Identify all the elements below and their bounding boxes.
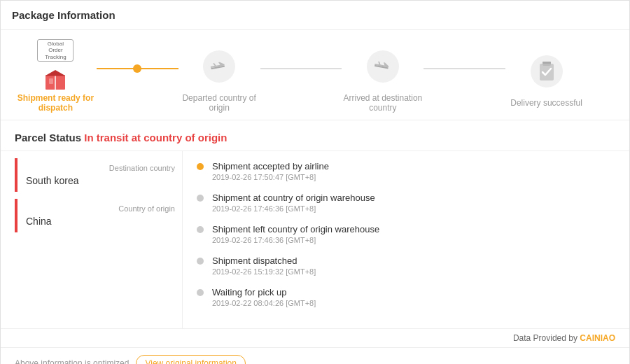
destination-value: South korea (26, 175, 175, 186)
timeline-item: Shipment left country of origin warehous… (197, 224, 615, 244)
timeline-content: Shipment dispatched2019-02-26 15:19:32 [… (212, 255, 316, 276)
step2-label: Departed country of origin (178, 93, 260, 113)
timeline-dot (197, 195, 204, 202)
footer-info-text: Above information is optimized (15, 358, 129, 364)
timeline-dot (197, 226, 204, 233)
timeline-time: 2019-02-26 17:46:36 [GMT+8] (212, 236, 379, 244)
timeline-time: 2019-02-26 17:46:36 [GMT+8] (212, 204, 375, 213)
timeline-dot (197, 258, 204, 265)
timeline-content: Waiting for pick up2019-02-22 08:04:26 [… (212, 287, 316, 307)
timeline: Shipment accepted by airline2019-02-26 1… (197, 151, 615, 328)
timeline-time: 2019-02-26 17:50:47 [GMT+8] (212, 173, 329, 181)
timeline-dot (197, 163, 204, 170)
timeline-content: Shipment accepted by airline2019-02-26 1… (212, 161, 329, 181)
page-title: Package Information (1, 1, 629, 30)
origin-label: Country of origin (26, 204, 175, 213)
parcel-status-prefix: Parcel Status (15, 132, 81, 144)
origin-value: China (26, 216, 175, 227)
timeline-event: Shipment at country of origin warehouse (212, 192, 375, 203)
svg-rect-14 (542, 62, 551, 64)
step-arrived: Arrived at destination country (342, 44, 424, 113)
tracking-steps: Global OrderTracking Shipment ready for … (1, 30, 629, 120)
destination-card: Destination country South korea (15, 158, 182, 192)
step1-label: Shipment ready for dispatch (15, 93, 97, 113)
timeline-content: Shipment at country of origin warehouse2… (212, 192, 375, 213)
parcel-status-bar: Parcel Status In transit at country of o… (1, 120, 629, 151)
clipboard-icon (524, 49, 569, 94)
connector-1 (97, 68, 178, 69)
view-original-button[interactable]: View original information (136, 355, 246, 364)
timeline-item: Shipment accepted by airline2019-02-26 1… (197, 161, 615, 181)
connector-2 (260, 68, 342, 69)
timeline-time: 2019-02-26 15:19:32 [GMT+8] (212, 267, 316, 276)
timeline-event: Shipment dispatched (212, 255, 316, 266)
timeline-content: Shipment left country of origin warehous… (212, 224, 379, 244)
step4-label: Delivery successful (510, 98, 582, 108)
data-provider-name: CAINIAO (580, 333, 615, 343)
destination-label: Destination country (26, 164, 175, 172)
plane-depart-icon (197, 44, 241, 89)
origin-card: Country of origin China (15, 199, 182, 232)
connector-3 (424, 68, 505, 69)
step3-label: Arrived at destination country (342, 93, 424, 113)
global-order-tracking-badge: Global OrderTracking (37, 39, 74, 62)
svg-rect-4 (49, 78, 53, 84)
plane-arrive-icon (360, 44, 405, 89)
parcel-status-text: In transit at country of origin (84, 132, 227, 144)
step-departed: Departed country of origin (178, 44, 260, 113)
timeline-item: Waiting for pick up2019-02-22 08:04:26 [… (197, 287, 615, 307)
timeline-dot (197, 289, 204, 296)
timeline-time: 2019-02-22 08:04:26 [GMT+8] (212, 299, 316, 307)
timeline-event: Shipment left country of origin warehous… (212, 224, 379, 234)
data-provider: Data Provided by CAINIAO (1, 329, 629, 347)
data-provider-prefix: Data Provided by (513, 333, 578, 343)
timeline-event: Waiting for pick up (212, 287, 316, 298)
step-delivered: Delivery successful (505, 49, 587, 108)
footer-left: Above information is optimized View orig… (15, 355, 246, 364)
step-shipment-ready: Global OrderTracking Shipment ready for … (15, 44, 97, 113)
timeline-item: Shipment at country of origin warehouse2… (197, 192, 615, 213)
left-panel: Destination country South korea Country … (15, 151, 183, 328)
timeline-event: Shipment accepted by airline (212, 161, 329, 172)
footer: Above information is optimized View orig… (1, 347, 629, 364)
timeline-item: Shipment dispatched2019-02-26 15:19:32 [… (197, 255, 615, 276)
svg-marker-1 (46, 70, 65, 76)
info-section: Destination country South korea Country … (1, 151, 629, 329)
box-icon: Global OrderTracking (33, 44, 78, 89)
